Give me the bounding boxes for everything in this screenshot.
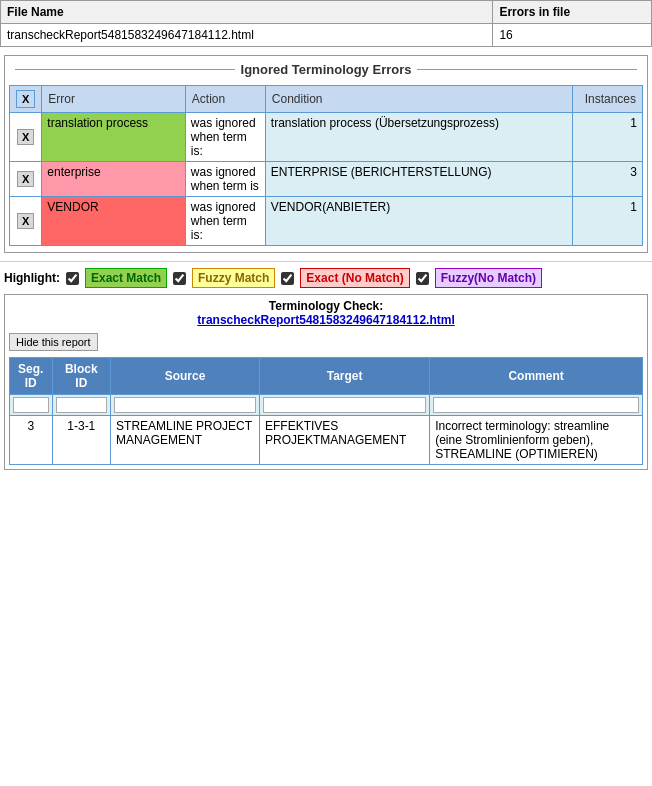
x-row-btn-0[interactable]: X [17, 129, 34, 145]
x-header-btn[interactable]: X [16, 90, 35, 108]
block-id-header: Block ID [52, 358, 111, 395]
error-cell: VENDOR [42, 197, 186, 246]
fuzzy-match-label: Fuzzy Match [192, 268, 275, 288]
fuzzy-match-checkbox[interactable] [173, 272, 186, 285]
term-check-section: Terminology Check: transcheckReport54815… [4, 294, 648, 470]
condition-cell: ENTERPRISE (BERICHTERSTELLUNG) [265, 162, 572, 197]
instances-cell: 1 [573, 113, 643, 162]
block-id-cell: 1-3-1 [52, 416, 111, 465]
term-check-link[interactable]: transcheckReport5481583249647184112.html [197, 313, 455, 327]
seg-id-header: Seg. ID [10, 358, 53, 395]
filter-row [10, 395, 643, 416]
seg-id-filter[interactable] [13, 397, 49, 413]
exact-match-checkbox[interactable] [66, 272, 79, 285]
condition-cell: translation process (Übersetzungsprozess… [265, 113, 572, 162]
comment-header: Comment [430, 358, 643, 395]
exact-no-match-checkbox[interactable] [281, 272, 294, 285]
action-col-header: Action [185, 86, 265, 113]
x-row-btn-2[interactable]: X [17, 213, 34, 229]
term-check-table: Seg. ID Block ID Source Target Comment 3… [9, 357, 643, 465]
fuzzy-no-match-label: Fuzzy(No Match) [435, 268, 542, 288]
ignored-errors-table: X Error Action Condition Instances X tra… [9, 85, 643, 246]
fuzzy-no-match-checkbox[interactable] [416, 272, 429, 285]
action-cell: was ignored when term is: [185, 197, 265, 246]
exact-no-match-label: Exact (No Match) [300, 268, 409, 288]
ignored-section-title: Ignored Terminology Errors [9, 62, 643, 77]
comment-filter[interactable] [433, 397, 639, 413]
highlight-row: Highlight: Exact Match Fuzzy Match Exact… [0, 261, 652, 294]
block-id-filter[interactable] [56, 397, 108, 413]
highlight-label: Highlight: [4, 271, 60, 285]
x-row-btn-1[interactable]: X [17, 171, 34, 187]
file-info-table: File Name Errors in file transcheckRepor… [0, 0, 652, 47]
action-cell: was ignored when term is: [185, 113, 265, 162]
filename-value: transcheckReport5481583249647184112.html [1, 24, 493, 47]
instances-cell: 1 [573, 197, 643, 246]
error-cell: enterprise [42, 162, 186, 197]
errors-header: Errors in file [493, 1, 652, 24]
error-col-header: Error [42, 86, 186, 113]
filename-header: File Name [1, 1, 493, 24]
source-cell: STREAMLINE PROJECT MANAGEMENT [111, 416, 260, 465]
source-filter[interactable] [114, 397, 256, 413]
instances-col-header: Instances [573, 86, 643, 113]
ignored-table-row: X VENDOR was ignored when term is: VENDO… [10, 197, 643, 246]
ignored-section: Ignored Terminology Errors X Error Actio… [4, 55, 648, 253]
instances-cell: 3 [573, 162, 643, 197]
hide-report-btn[interactable]: Hide this report [9, 333, 98, 351]
table-row: 3 1-3-1 STREAMLINE PROJECT MANAGEMENT EF… [10, 416, 643, 465]
target-header: Target [259, 358, 429, 395]
seg-id-cell: 3 [10, 416, 53, 465]
ignored-table-row: X translation process was ignored when t… [10, 113, 643, 162]
source-header: Source [111, 358, 260, 395]
ignored-table-row: X enterprise was ignored when term is EN… [10, 162, 643, 197]
comment-cell: Incorrect terminology: streamline (eine … [430, 416, 643, 465]
error-cell: translation process [42, 113, 186, 162]
condition-cell: VENDOR(ANBIETER) [265, 197, 572, 246]
errors-value: 16 [493, 24, 652, 47]
action-cell: was ignored when term is [185, 162, 265, 197]
target-filter[interactable] [263, 397, 426, 413]
condition-col-header: Condition [265, 86, 572, 113]
exact-match-label: Exact Match [85, 268, 167, 288]
term-check-title: Terminology Check: transcheckReport54815… [9, 299, 643, 327]
target-cell: EFFEKTIVES PROJEKTMANAGEMENT [259, 416, 429, 465]
